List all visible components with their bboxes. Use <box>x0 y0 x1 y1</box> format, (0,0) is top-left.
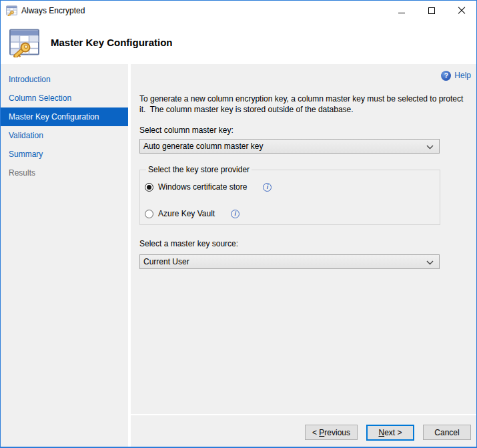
windows-certificate-store-label: Windows certificate store <box>158 182 247 192</box>
key-store-provider-legend: Select the key store provider <box>146 165 252 174</box>
close-icon <box>458 7 466 15</box>
sidebar-item-results: Results <box>1 164 128 182</box>
footer-divider <box>131 414 477 415</box>
intro-text: To generate a new column encryption key,… <box>139 93 471 115</box>
key-store-provider-group: Select the key store provider Windows ce… <box>139 165 440 225</box>
previous-button[interactable]: < Previous <box>305 425 358 440</box>
sidebar-item-validation[interactable]: Validation <box>1 126 128 145</box>
help-link[interactable]: Help <box>454 71 471 80</box>
help-icon[interactable]: ? <box>441 71 451 81</box>
windows-certificate-store-option: Windows certificate store i <box>145 182 433 192</box>
master-key-source-label: Select a master key source: <box>139 239 471 248</box>
column-master-key-dropdown[interactable]: Auto generate column master key <box>139 139 440 154</box>
chevron-down-icon <box>426 260 434 265</box>
column-master-key-label: Select column master key: <box>139 126 471 135</box>
info-icon[interactable]: i <box>231 210 240 218</box>
wizard-body: Introduction Column Selection Master Key… <box>1 64 476 447</box>
minimize-button[interactable] <box>386 1 416 21</box>
azure-key-vault-radio[interactable] <box>145 210 153 218</box>
azure-key-vault-option: Azure Key Vault i <box>145 208 433 219</box>
next-button[interactable]: Next > <box>366 425 414 441</box>
help-row: ? Help <box>139 69 471 81</box>
windows-certificate-store-radio[interactable] <box>145 183 153 192</box>
sidebar-item-column-selection[interactable]: Column Selection <box>1 89 128 107</box>
window-title: Always Encrypted <box>21 6 85 15</box>
master-key-source-value: Current User <box>143 257 189 266</box>
azure-key-vault-label: Azure Key Vault <box>158 209 215 218</box>
page-title: Master Key Configuration <box>51 37 173 48</box>
app-table-key-icon <box>6 5 17 16</box>
maximize-icon <box>428 7 435 14</box>
close-button[interactable] <box>446 1 476 21</box>
always-encrypted-wizard-window: Always Encrypted Master Key Configuratio… <box>0 0 477 448</box>
sidebar-item-summary[interactable]: Summary <box>1 145 128 164</box>
wizard-header: Master Key Configuration <box>1 21 476 64</box>
master-key-source-dropdown[interactable]: Current User <box>139 254 440 269</box>
wizard-steps-sidebar: Introduction Column Selection Master Key… <box>1 64 128 447</box>
cancel-button[interactable]: Cancel <box>423 425 471 440</box>
sidebar-item-master-key-configuration[interactable]: Master Key Configuration <box>1 107 128 126</box>
column-master-key-value: Auto generate column master key <box>143 142 263 151</box>
info-icon[interactable]: i <box>263 183 272 192</box>
title-bar: Always Encrypted <box>1 1 476 21</box>
maximize-button[interactable] <box>416 1 446 21</box>
table-key-icon <box>9 28 40 57</box>
window-controls <box>386 1 476 21</box>
master-key-configuration-panel: ? Help To generate a new column encrypti… <box>131 64 477 447</box>
wizard-buttons: < Previous Next > Cancel <box>305 425 471 441</box>
sidebar-item-introduction[interactable]: Introduction <box>1 70 128 89</box>
chevron-down-icon <box>426 145 434 150</box>
minimize-icon <box>398 13 405 13</box>
